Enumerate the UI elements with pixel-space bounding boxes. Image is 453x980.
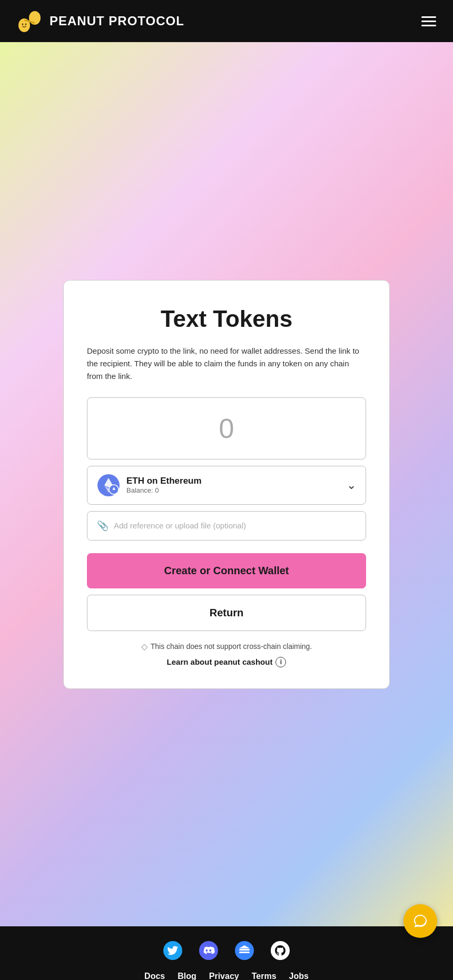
warning-row: ◇ This chain does not support cross-chai… (87, 642, 366, 652)
amount-input-box[interactable]: 0 (87, 397, 366, 459)
header: PEANUT PROTOCOL (0, 0, 453, 42)
learn-text: Learn about peanut cashout (167, 657, 273, 666)
reference-placeholder: Add reference or upload file (optional) (114, 521, 246, 530)
svg-point-2 (22, 24, 24, 25)
paperclip-icon: 📎 (97, 520, 109, 532)
svg-point-3 (25, 24, 27, 25)
gitbook-icon[interactable] (235, 941, 254, 962)
card-description: Deposit some crypto to the link, no need… (87, 345, 366, 383)
token-info: ETH on Ethereum Balance: 0 (126, 476, 202, 494)
learn-row[interactable]: Learn about peanut cashout i (87, 657, 366, 667)
footer-icons (21, 941, 432, 962)
info-icon: i (275, 657, 286, 667)
token-name: ETH on Ethereum (126, 476, 202, 486)
main-card: Text Tokens Deposit some crypto to the l… (63, 280, 390, 689)
token-left: ETH on Ethereum Balance: 0 (97, 474, 202, 497)
return-button[interactable]: Return (87, 595, 366, 631)
footer-link-privacy[interactable]: Privacy (209, 972, 239, 980)
card-title: Text Tokens (87, 306, 366, 332)
menu-button[interactable] (421, 16, 436, 26)
footer-link-jobs[interactable]: Jobs (289, 972, 309, 980)
twitter-icon[interactable] (163, 941, 182, 962)
footer-link-docs[interactable]: Docs (144, 972, 165, 980)
token-balance: Balance: 0 (126, 486, 202, 494)
eth-token-icon (97, 474, 120, 497)
svg-rect-12 (239, 949, 250, 951)
svg-point-15 (271, 941, 290, 960)
chat-button[interactable] (403, 904, 437, 938)
brand: PEANUT PROTOCOL (17, 8, 184, 34)
discord-icon[interactable] (199, 941, 218, 962)
warning-icon: ◇ (141, 642, 147, 652)
footer-link-terms[interactable]: Terms (252, 972, 277, 980)
peanut-logo-icon (17, 8, 42, 34)
connect-wallet-button[interactable]: Create or Connect Wallet (87, 553, 366, 588)
github-icon[interactable] (271, 941, 290, 962)
footer: Docs Blog Privacy Terms Jobs (0, 926, 453, 980)
footer-link-blog[interactable]: Blog (178, 972, 196, 980)
warning-text: This chain does not support cross-chain … (151, 642, 312, 651)
amount-value: 0 (219, 413, 234, 444)
main-area: Text Tokens Deposit some crypto to the l… (0, 42, 453, 926)
reference-input-box[interactable]: 📎 Add reference or upload file (optional… (87, 511, 366, 541)
footer-links: Docs Blog Privacy Terms Jobs (21, 972, 432, 980)
chevron-down-icon: ⌄ (347, 478, 356, 492)
svg-rect-13 (239, 952, 250, 953)
token-selector[interactable]: ETH on Ethereum Balance: 0 ⌄ (87, 466, 366, 505)
brand-title: PEANUT PROTOCOL (50, 14, 184, 28)
